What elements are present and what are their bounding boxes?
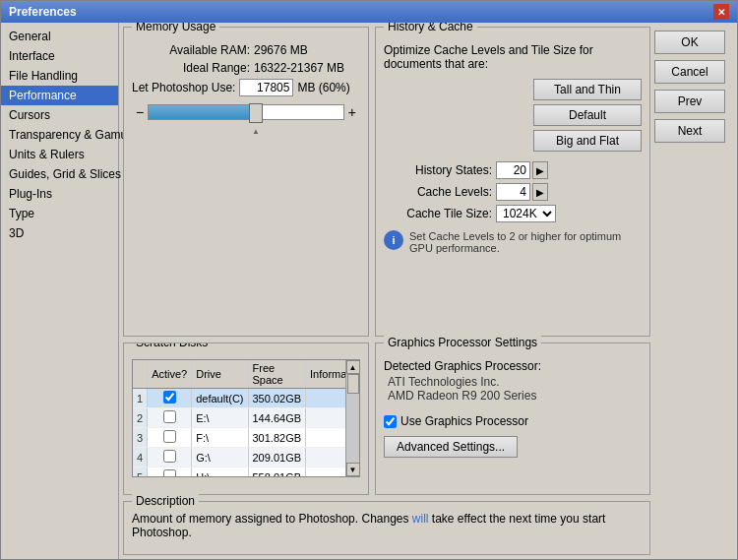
cache-levels-row: Cache Levels: ▶ [384, 183, 642, 201]
scroll-thumb[interactable] [347, 374, 359, 394]
gpu-info-text: Set Cache Levels to 2 or higher for opti… [409, 230, 642, 254]
cache-levels-input[interactable] [496, 183, 530, 201]
use-gpu-checkbox[interactable] [384, 415, 397, 428]
prev-button[interactable]: Prev [654, 90, 725, 113]
memory-unit: MB (60%) [297, 81, 349, 94]
close-button[interactable]: ✕ [713, 4, 729, 20]
sidebar: GeneralInterfaceFile HandlingPerformance… [1, 23, 119, 559]
cache-levels-increment[interactable]: ▶ [532, 183, 548, 201]
default-button[interactable]: Default [533, 104, 642, 126]
disk-table-scrollbar[interactable]: ▲ ▼ [345, 360, 359, 476]
free-space-cell: 350.02GB [248, 389, 306, 408]
info-icon: i [384, 230, 403, 250]
ideal-range-value: 16322-21367 MB [254, 61, 344, 75]
advanced-settings-button[interactable]: Advanced Settings... [384, 436, 518, 458]
preferences-dialog: Preferences ✕ GeneralInterfaceFile Handl… [0, 0, 738, 560]
active-checkbox[interactable] [163, 469, 176, 477]
history-states-input[interactable] [496, 161, 530, 179]
drive-cell: default(C) [192, 389, 248, 408]
ideal-range-row: Ideal Range: 16322-21367 MB [132, 61, 360, 75]
description-title: Description [132, 494, 199, 508]
table-row: 1 default(C) 350.02GB [133, 389, 360, 408]
active-cell[interactable] [148, 428, 192, 448]
row-num: 5 [133, 467, 148, 478]
slider-minus[interactable]: − [136, 104, 144, 120]
desc-before: Amount of memory assigned to Photoshop. … [132, 512, 412, 526]
active-cell[interactable] [148, 448, 192, 467]
history-states-increment[interactable]: ▶ [532, 161, 548, 179]
table-row: 3 F:\ 301.82GB [133, 428, 360, 448]
next-button[interactable]: Next [654, 119, 725, 143]
cache-buttons: Tall and Thin Default Big and Flat [384, 79, 642, 152]
slider-fill [149, 105, 256, 119]
sidebar-item-interface[interactable]: Interface [1, 46, 118, 66]
active-checkbox[interactable] [163, 450, 176, 463]
cancel-button[interactable]: Cancel [654, 60, 725, 84]
cache-tile-label: Cache Tile Size: [384, 207, 492, 220]
free-space-cell: 558.01GB [248, 467, 306, 478]
sidebar-item-type[interactable]: Type [1, 204, 118, 223]
available-ram-value: 29676 MB [254, 43, 308, 57]
scratch-disks-panel: Scratch Disks Active? Drive Free Space [123, 342, 369, 495]
disk-table: Active? Drive Free Space Information 1 d… [133, 360, 360, 477]
cache-tile-row: Cache Tile Size: 1024K 512K 256K 128K [384, 205, 642, 222]
cache-tile-select[interactable]: 1024K 512K 256K 128K [496, 205, 556, 222]
history-states-label: History States: [384, 163, 492, 177]
col-num [133, 360, 148, 389]
ok-button[interactable]: OK [654, 31, 725, 54]
cache-levels-label: Cache Levels: [384, 185, 492, 199]
sidebar-item-general[interactable]: General [1, 27, 118, 46]
sidebar-item-guides[interactable]: Guides, Grid & Slices [1, 164, 118, 184]
active-checkbox[interactable] [163, 430, 176, 443]
sidebar-item-plugins[interactable]: Plug-Ins [1, 184, 118, 204]
photoshop-memory-input[interactable] [239, 79, 293, 96]
bottom-row: Scratch Disks Active? Drive Free Space [123, 342, 650, 495]
slider-plus[interactable]: + [348, 104, 356, 120]
detected-gpu-label: Detected Graphics Processor: [384, 359, 642, 373]
drive-cell: F:\ [192, 428, 248, 448]
col-active: Active? [148, 360, 192, 389]
active-cell[interactable] [148, 389, 192, 408]
table-header-row: Active? Drive Free Space Information [133, 360, 360, 389]
active-cell[interactable] [148, 467, 192, 478]
available-ram-label: Available RAM: [132, 43, 250, 57]
sidebar-item-file-handling[interactable]: File Handling [1, 66, 118, 86]
history-cache-panel: History & Cache Optimize Cache Levels an… [375, 27, 650, 337]
sidebar-item-3d[interactable]: 3D [1, 223, 118, 243]
let-photoshop-row: Let Photoshop Use: MB (60%) [132, 79, 360, 96]
sidebar-item-cursors[interactable]: Cursors [1, 105, 118, 125]
drive-cell: H:\ [192, 467, 248, 478]
memory-panel-title: Memory Usage [132, 23, 219, 33]
active-checkbox[interactable] [163, 410, 176, 423]
sidebar-item-units[interactable]: Units & Rulers [1, 145, 118, 164]
description-panel: Description Amount of memory assigned to… [123, 501, 650, 555]
history-cache-title: History & Cache [384, 23, 477, 33]
memory-slider-container: − + [132, 104, 360, 120]
table-row: 2 E:\ 144.64GB [133, 408, 360, 428]
dialog-title: Preferences [9, 5, 77, 19]
big-flat-button[interactable]: Big and Flat [533, 130, 642, 152]
row-num: 1 [133, 389, 148, 408]
scroll-up-button[interactable]: ▲ [346, 360, 360, 374]
history-states-spinner: ▶ [496, 161, 548, 179]
memory-slider-track[interactable] [148, 104, 344, 120]
free-space-cell: 144.64GB [248, 408, 306, 428]
scroll-down-button[interactable]: ▼ [346, 463, 360, 476]
table-row: 5 H:\ 558.01GB [133, 467, 360, 478]
title-bar: Preferences ✕ [1, 1, 737, 23]
sidebar-item-transparency[interactable]: Transparency & Gamut [1, 125, 118, 145]
col-free: Free Space [248, 360, 306, 389]
right-buttons: OK Cancel Prev Next [654, 27, 733, 555]
slider-thumb[interactable] [249, 103, 263, 123]
description-text: Amount of memory assigned to Photoshop. … [132, 512, 642, 539]
gpu-manufacturer: ATI Technologies Inc. [388, 375, 642, 389]
top-row: Memory Usage Available RAM: 29676 MB Ide… [123, 27, 650, 337]
sidebar-item-performance[interactable]: Performance [1, 86, 118, 105]
drive-cell: E:\ [192, 408, 248, 428]
active-cell[interactable] [148, 408, 192, 428]
gpu-panel: Graphics Processor Settings Detected Gra… [375, 342, 650, 495]
scratch-disks-title: Scratch Disks [132, 342, 212, 349]
active-checkbox[interactable] [163, 391, 176, 404]
row-num: 3 [133, 428, 148, 448]
tall-thin-button[interactable]: Tall and Thin [533, 79, 642, 100]
